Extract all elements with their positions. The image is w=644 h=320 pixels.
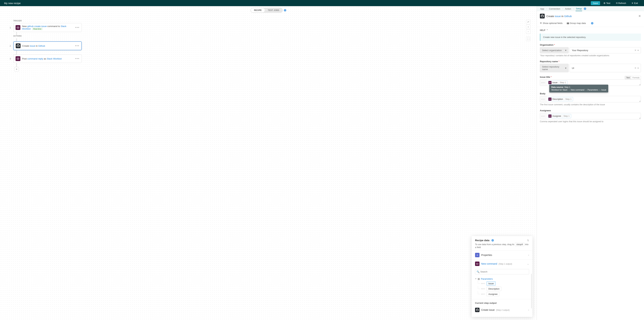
expand-icon[interactable]: ⇅ [527,239,529,242]
help-toggle[interactable]: HELP ⌃ [537,27,644,34]
body-pill[interactable]: Description|Step 1 [548,97,573,101]
formula-mode[interactable]: Formula [631,76,641,79]
step-number: 1 [8,26,12,29]
resize-handle[interactable]: ◢ [639,84,640,85]
help-icon[interactable]: ? [591,22,594,24]
view-tabs: RECIPE TEST JOBS ? [0,6,536,14]
tab-test-jobs[interactable]: TEST JOBS [265,8,282,12]
datapill-issue[interactable]: Issue [486,281,496,286]
columns-icon: ▮▮ [567,22,569,24]
tab-connection[interactable]: Connection [548,7,560,11]
svg-point-1 [18,27,19,28]
exit-label: Exit [634,2,638,4]
properties-icon: ≡ [475,253,480,257]
panel-title: Create issue in Github [546,15,572,18]
svg-point-6 [476,264,477,264]
search-icon: 🔍 [476,270,480,273]
type-icon: A B C [481,293,485,295]
body-field[interactable]: A B C Description|Step 1 ◢ [540,96,641,102]
assignees-field[interactable]: A B C Assignee|Step 1 ◢ [540,113,641,119]
test-button[interactable]: ⚙ Test [602,1,612,5]
resize-handle[interactable]: ◢ [639,117,640,119]
help-icon[interactable]: ? [284,9,286,12]
assignees-pill[interactable]: Assignee|Step 1 [548,114,571,118]
github-icon [475,308,480,312]
issue-title-field[interactable]: A B C Issue|Step 1 ◢ Data source: Step 1… [540,79,641,86]
new-command-row[interactable]: New command (Step 1 output) ⌄ [472,259,532,268]
undo-button[interactable]: ↶ [526,20,530,24]
assignees-hint: Comma seperated user logins that this is… [540,120,641,123]
organization-value[interactable]: Your Repository ✕ ▾ [570,47,641,53]
step-output-label: (Step 2 output) [496,309,510,311]
create-issue-row[interactable]: Create issue (Step 2 output) › [472,306,532,314]
datapill-assignee[interactable]: Assignee [486,292,499,296]
action-card-workbot[interactable]: Post command reply as Slack Workbot ••• [13,54,82,63]
step-menu-icon[interactable]: ••• [75,57,80,60]
workbot-icon [16,25,20,30]
recipe-flow: TRIGGER 1 New github create issue comman… [8,20,82,72]
refresh-icon: ⟲ [616,2,618,4]
arrow-icon: → [572,8,574,10]
eye-icon: 👁 [540,22,542,24]
type-icon: A B C [540,80,546,86]
trigger-label: TRIGGER [13,20,82,22]
help-text: Create new issue in the selected reposit… [540,34,641,41]
show-optional-fields[interactable]: 👁 Show optional fields [540,22,562,24]
datatree-search-input[interactable] [475,269,529,274]
action-card-github[interactable]: Create issue in Github ••• [13,41,82,50]
add-step-button[interactable]: + [14,67,19,72]
save-button[interactable]: Save [591,1,600,5]
datapill-description[interactable]: Description [486,287,502,291]
trigger-card[interactable]: New github create issue command to Slack… [13,23,82,32]
zoom-controls: ↶ + − ⛶ [526,20,530,41]
svg-point-9 [550,82,550,83]
fit-button[interactable]: ⛶ [526,36,530,41]
workbot-icon [475,262,480,266]
close-icon: ✕ [632,2,634,4]
text-mode[interactable]: Text [625,76,631,79]
group-map-data[interactable]: ▮▮ Group map data [567,22,586,24]
workbot-icon [16,56,20,61]
properties-row[interactable]: ≡ Properties › [472,250,532,259]
scrollbar[interactable] [531,274,532,308]
chevron-down-icon: ⌄ [527,262,529,265]
chevron-down-icon: ▾ [565,67,566,70]
organization-select[interactable]: Select organization▾ [540,47,568,53]
type-icon: A B C [540,96,546,102]
help-icon[interactable]: ? [584,8,586,10]
datapill-example: datapill [515,243,524,246]
recipe-title: My new recipe [4,2,590,4]
canvas: RECIPE TEST JOBS ? TRIGGER 1 New github … [0,6,536,320]
tab-app[interactable]: App [540,7,544,11]
zoom-in-button[interactable]: + [526,24,530,29]
exit-button[interactable]: ✕ Exit [630,1,640,5]
recipe-data-title: Recipe data [475,239,490,242]
clear-icon[interactable]: ✕ [634,49,636,52]
body-label: Body [540,92,641,95]
resize-handle[interactable]: ◢ [639,100,640,102]
tab-recipe[interactable]: RECIPE [251,8,265,12]
chevron-down-icon[interactable]: ▾ [638,67,639,70]
clear-icon[interactable]: ✕ [634,67,636,70]
parameters-node[interactable]: ▼ ▦ Parameters [475,277,529,281]
datapill-tooltip: Data source: Step 1 Workbot for Slack → … [549,84,608,92]
issue-title-pill[interactable]: Issue|Step 1 [548,80,568,84]
chevron-down-icon[interactable]: ▾ [638,49,639,52]
help-icon[interactable]: ? [492,239,494,242]
step-menu-icon[interactable]: ••• [75,44,79,48]
step-menu-icon[interactable]: ••• [75,26,80,30]
github-icon [540,14,545,18]
type-icon: A B C [481,288,485,290]
tab-setup[interactable]: Setup [576,6,582,11]
repository-select[interactable]: Select repository name▾ [540,64,568,72]
triangle-down-icon: ▼ [475,278,476,280]
refresh-button[interactable]: ⟲ Refresh [614,1,628,5]
close-panel-button[interactable]: ✕ [638,14,641,18]
parameters-label: Parameters [481,278,493,280]
repository-value[interactable]: UI ✕ ▾ [570,64,641,72]
zoom-out-button[interactable]: − [526,30,530,34]
arrow-icon: → [562,8,564,10]
arrow-icon: → [546,8,548,10]
tab-action[interactable]: Action [565,7,572,11]
mode-toggle[interactable]: Text Formula [625,76,641,79]
